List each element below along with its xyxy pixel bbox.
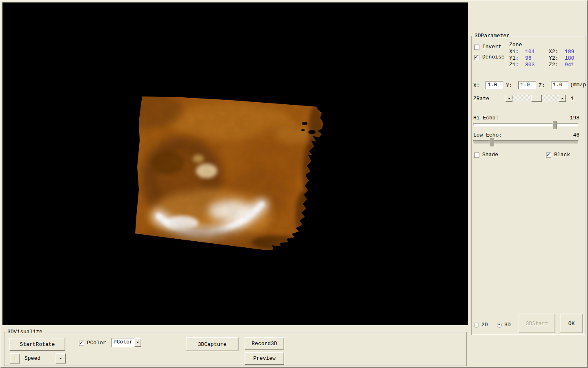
zrate-value: 1 xyxy=(571,96,574,102)
hi-echo-value: 198 xyxy=(561,115,579,121)
zrate-thumb[interactable] xyxy=(531,95,542,102)
radio-dot-icon: ● xyxy=(498,322,500,327)
zone-value: 803 xyxy=(525,62,549,68)
speed-plus-button[interactable]: + xyxy=(10,353,20,364)
zone-label: Y1: xyxy=(509,55,525,62)
zrate-label: ZRate xyxy=(473,96,489,102)
low-echo-slider[interactable] xyxy=(473,138,579,146)
low-echo-track[interactable] xyxy=(473,140,579,144)
app-window: 3DParameter ✓ Invert ✓ Denoise Zone X1: … xyxy=(0,0,588,368)
render-viewport[interactable] xyxy=(2,2,468,325)
low-echo-thumb[interactable] xyxy=(490,138,494,146)
zone-value: 104 xyxy=(525,49,549,55)
invert-checkbox[interactable]: ✓ xyxy=(474,45,479,50)
zone-label: X2: xyxy=(549,49,565,55)
zone-label: X1: xyxy=(509,49,525,55)
black-checkbox-row[interactable]: ✓ Black xyxy=(546,152,570,158)
pcolor-checkbox[interactable]: ✓ xyxy=(79,341,84,346)
speed-label: Speed xyxy=(24,356,40,361)
dropdown-arrow-button[interactable]: ▼ xyxy=(134,338,141,347)
pcolor-dropdown[interactable]: PColor ▼ xyxy=(111,338,140,347)
mode-2d-radio[interactable]: ● xyxy=(474,323,479,328)
invert-label: Invert xyxy=(482,44,501,50)
scroll-right-icon: ▶ xyxy=(561,97,563,100)
zone-label: Z1: xyxy=(509,62,525,68)
denoise-checkbox[interactable]: ✓ xyxy=(474,55,479,60)
zrate-track[interactable] xyxy=(512,95,559,102)
zone-grid: X1: 104 X2: 189 Y1: 96 Y2: 180 Z1: 803 Z… xyxy=(509,49,588,68)
start-3d-button[interactable]: 3DStart xyxy=(519,314,555,333)
zone-value: 941 xyxy=(565,62,588,68)
scale-unit-label: (mm/p) xyxy=(570,82,588,88)
hi-echo-thumb[interactable] xyxy=(552,121,557,129)
invert-checkbox-row[interactable]: ✓ Invert xyxy=(474,44,501,50)
ultrasound-volume[interactable] xyxy=(133,93,325,254)
pcolor-checkbox-row[interactable]: ✓ PColor xyxy=(79,340,106,346)
denoise-label: Denoise xyxy=(482,54,505,60)
zone-label: Y2: xyxy=(549,55,565,62)
x-scale-input[interactable]: 1.0 xyxy=(486,81,503,89)
hi-echo-label: Hi Echo: xyxy=(473,115,499,121)
shade-label: Shade xyxy=(482,152,498,158)
zone-value: 180 xyxy=(565,55,588,62)
z-scale-label: Z: xyxy=(539,83,545,89)
hi-echo-track[interactable] xyxy=(473,123,579,127)
hi-echo-slider[interactable] xyxy=(473,121,579,129)
visualize-group-title: 3DVisualize xyxy=(6,329,44,335)
y-scale-label: Y: xyxy=(506,83,512,89)
check-icon: ✓ xyxy=(79,340,83,346)
mode-3d-radio-row[interactable]: ● 3D xyxy=(497,322,511,328)
mode-2d-label: 2D xyxy=(481,322,488,328)
mode-2d-radio-row[interactable]: ● 2D xyxy=(474,322,488,328)
visualize-groupbox: 3DVisualize StartRotate ✓ PColor PColor … xyxy=(4,332,467,366)
scroll-left-button[interactable]: ◀ xyxy=(506,95,512,102)
parameter-groupbox: 3DParameter ✓ Invert ✓ Denoise Zone X1: … xyxy=(471,36,586,335)
pcolor-label: PColor xyxy=(87,340,106,346)
chevron-down-icon: ▼ xyxy=(137,341,139,344)
mode-3d-label: 3D xyxy=(504,322,511,328)
start-rotate-button[interactable]: StartRotate xyxy=(9,338,65,351)
zone-value: 189 xyxy=(565,49,588,55)
record-3d-button[interactable]: Record3D xyxy=(245,337,284,350)
check-icon: ✓ xyxy=(546,152,550,157)
ok-button[interactable]: OK xyxy=(560,314,583,333)
zone-title: Zone xyxy=(509,42,522,48)
preview-button[interactable]: Preview xyxy=(245,352,284,365)
z-scale-input[interactable]: 1.0 xyxy=(551,81,569,89)
shade-checkbox[interactable]: ✓ xyxy=(474,153,479,158)
low-echo-value: 46 xyxy=(561,132,579,138)
pcolor-dropdown-value: PColor xyxy=(112,338,134,347)
scroll-right-button[interactable]: ▶ xyxy=(559,95,566,102)
shade-checkbox-row[interactable]: ✓ Shade xyxy=(474,152,498,158)
parameter-group-title: 3DParameter xyxy=(473,33,511,39)
mode-3d-radio[interactable]: ● xyxy=(497,323,502,328)
denoise-checkbox-row[interactable]: ✓ Denoise xyxy=(474,54,505,60)
zrate-scrollbar[interactable]: ◀ ▶ xyxy=(506,95,566,102)
black-checkbox[interactable]: ✓ xyxy=(546,153,551,158)
zone-value: 96 xyxy=(525,55,549,62)
check-icon: ✓ xyxy=(474,54,479,60)
zone-label: Z2: xyxy=(549,62,565,68)
capture-3d-button[interactable]: 3DCapture xyxy=(186,337,238,351)
y-scale-input[interactable]: 1.0 xyxy=(518,81,536,89)
low-echo-label: Low Echo: xyxy=(473,132,502,138)
speed-minus-button[interactable]: - xyxy=(56,353,66,364)
black-label: Black xyxy=(554,152,570,158)
x-scale-label: X: xyxy=(473,83,480,89)
scroll-left-icon: ◀ xyxy=(508,97,510,100)
